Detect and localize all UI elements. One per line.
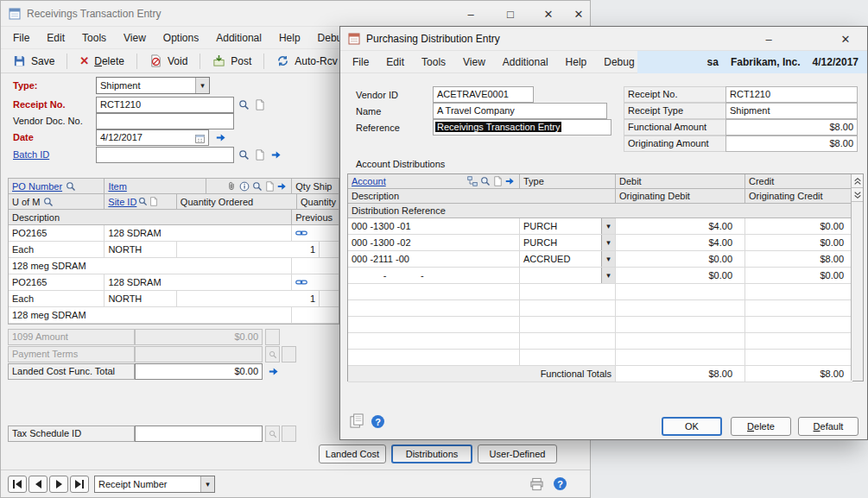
scroll-line-down-button[interactable]	[852, 188, 863, 202]
uofm-lookup-icon[interactable]	[43, 197, 54, 207]
menu-debug[interactable]: Debug	[595, 51, 643, 72]
account-lookup-icon[interactable]	[480, 176, 491, 186]
menu-file[interactable]: File	[344, 51, 377, 72]
cell-site-id[interactable]: NORTH	[105, 291, 177, 307]
default-button[interactable]: Default	[798, 417, 858, 436]
minimize-button[interactable]: –	[753, 27, 784, 51]
cell-credit[interactable]: $0.00	[745, 268, 852, 284]
item-row[interactable]: PO2165 128 SDRAM	[9, 225, 339, 242]
cell-item-number[interactable]: 128 SDRAM	[105, 225, 292, 242]
previous-record-button[interactable]	[29, 476, 48, 493]
menu-additional[interactable]: Additional	[207, 27, 270, 48]
cell-uofm[interactable]: Each	[9, 242, 105, 258]
cell-credit[interactable]: $0.00	[745, 218, 852, 235]
browse-by-dropdown[interactable]: Receipt Number ▾	[94, 476, 215, 493]
distribution-row[interactable]: 000 -2111 -00 ACCRUED ▾ $0.00 $8.00	[348, 251, 852, 268]
save-button[interactable]: Save	[1, 49, 67, 72]
menu-help[interactable]: Help	[557, 51, 596, 72]
cell-site-id[interactable]: NORTH	[105, 242, 177, 258]
landed-cost-total-value[interactable]: $0.00	[135, 363, 263, 380]
post-button[interactable]: Post	[200, 49, 263, 72]
close-button[interactable]: ✕	[531, 1, 566, 27]
cell-type-dropdown[interactable]: ▾	[520, 268, 616, 284]
distribution-row-empty[interactable]	[348, 300, 852, 317]
cell-po-number[interactable]: PO2165	[9, 274, 105, 291]
col-header-uofm[interactable]: U of M	[9, 194, 105, 210]
menu-additional[interactable]: Additional	[494, 51, 557, 72]
cell-description[interactable]: 128 meg SDRAM	[9, 258, 292, 274]
cell-type-dropdown[interactable]: ACCRUED ▾	[520, 251, 616, 268]
account-link[interactable]: Account	[352, 176, 386, 186]
batch-id-link[interactable]: Batch ID	[13, 149, 49, 160]
site-id-link[interactable]: Site ID	[108, 197, 136, 207]
grid-scrollbar[interactable]	[851, 174, 863, 381]
minimize-button[interactable]: –	[452, 1, 490, 27]
account-expansion-arrow-icon[interactable]	[505, 176, 516, 186]
cell-po-link[interactable]	[292, 274, 339, 291]
cell-debit[interactable]: $0.00	[616, 251, 745, 268]
batch-expansion-arrow-icon[interactable]	[269, 147, 284, 163]
receipt-note-icon[interactable]	[252, 97, 268, 113]
col-header-quantity[interactable]: Quantity	[297, 194, 339, 210]
first-record-button[interactable]	[8, 476, 27, 493]
item-row[interactable]: PO2165 128 SDRAM	[9, 274, 339, 291]
cell-quantity-ordered[interactable]: 1	[177, 242, 320, 258]
receipt-no-input[interactable]: RCT1210	[96, 97, 234, 113]
menu-view[interactable]: View	[454, 51, 494, 72]
date-expansion-arrow-icon[interactable]	[213, 129, 229, 146]
po-lookup-icon[interactable]	[66, 181, 76, 192]
cell-description[interactable]: 128 meg SDRAM	[9, 307, 292, 324]
col-header-type[interactable]: Type	[520, 174, 616, 189]
menu-options[interactable]: Options	[155, 27, 207, 48]
cell-po-number[interactable]: PO2165	[9, 225, 105, 242]
item-row[interactable]: 128 meg SDRAM	[9, 307, 339, 324]
account-level-icon[interactable]	[467, 176, 478, 186]
chevron-down-icon[interactable]: ▾	[601, 218, 615, 234]
menu-tools[interactable]: Tools	[413, 51, 454, 72]
cell-po-link[interactable]	[292, 225, 339, 242]
cell-account[interactable]: - -	[348, 268, 520, 284]
tax-schedule-input[interactable]	[135, 426, 263, 442]
cell-item-number[interactable]: 128 SDRAM	[105, 274, 292, 291]
distribution-row-empty[interactable]	[348, 284, 852, 300]
reference-input[interactable]: Receivings Transaction Entry	[433, 119, 611, 136]
cell-account[interactable]: 000 -2111 -00	[348, 251, 520, 268]
maximize-button[interactable]: □	[491, 1, 529, 27]
landed-cost-button[interactable]: Landed Cost	[319, 444, 386, 463]
menu-file[interactable]: File	[4, 27, 38, 48]
cell-debit[interactable]: $0.00	[616, 268, 745, 284]
col-header-debit[interactable]: Debit	[616, 174, 745, 189]
delete-button[interactable]: ✕ Delete	[67, 49, 136, 72]
help-icon[interactable]: ?	[371, 415, 384, 428]
cell-credit[interactable]: $0.00	[745, 235, 852, 251]
site-note-icon[interactable]	[149, 197, 158, 206]
void-button[interactable]: Void	[137, 49, 200, 72]
vendor-id-input[interactable]: ACETRAVE0001	[433, 86, 534, 103]
col-header-credit[interactable]: Credit	[745, 174, 852, 189]
cell-account[interactable]: 000 -1300 -01	[348, 218, 520, 235]
col-header-distribution-reference[interactable]: Distribution Reference	[348, 204, 852, 218]
item-link[interactable]: Item	[108, 181, 126, 192]
close-button[interactable]: ✕	[829, 27, 862, 51]
item-expansion-arrow-icon[interactable]	[277, 181, 288, 192]
cell-uofm[interactable]: Each	[9, 291, 105, 307]
cell-type-dropdown[interactable]: PURCH ▾	[520, 218, 616, 235]
cell-type-dropdown[interactable]: PURCH ▾	[520, 235, 616, 251]
auto-rcv-button[interactable]: Auto-Rcv	[264, 49, 349, 72]
batch-lookup-icon[interactable]	[236, 147, 251, 163]
cell-quantity-ordered[interactable]: 1	[177, 291, 320, 307]
distribution-row-empty[interactable]	[348, 317, 852, 333]
user-company-status[interactable]: sa Fabrikam, Inc. 4/12/2017	[637, 51, 868, 73]
last-record-button[interactable]	[70, 476, 89, 493]
distributions-button[interactable]: Distributions	[391, 444, 472, 463]
po-number-link[interactable]: PO Number	[12, 181, 62, 192]
name-input[interactable]: A Travel Company	[433, 103, 607, 119]
item-note-icon[interactable]	[265, 181, 275, 192]
item-row[interactable]: 128 meg SDRAM	[9, 258, 339, 274]
col-header-description[interactable]: Description	[9, 210, 292, 225]
item-row[interactable]: Each NORTH 1	[9, 291, 339, 307]
print-icon[interactable]	[529, 477, 544, 491]
close-button-outer[interactable]: ✕	[566, 1, 591, 27]
type-dropdown[interactable]: Shipment ▾	[96, 77, 210, 94]
calendar-icon[interactable]	[192, 130, 207, 147]
